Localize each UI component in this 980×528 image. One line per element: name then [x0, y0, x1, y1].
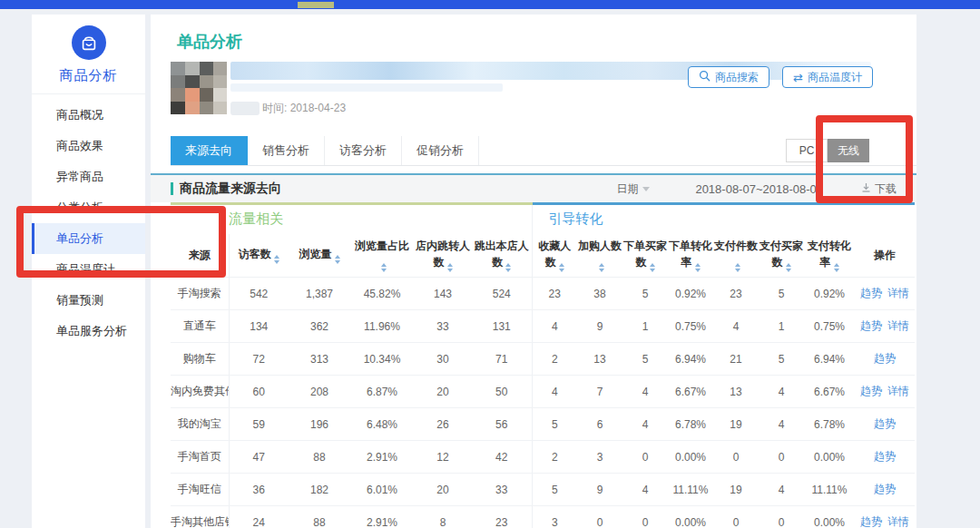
action-link-趋势[interactable]: 趋势 — [874, 417, 896, 430]
value-cell: 4 — [532, 310, 577, 343]
value-cell: 131 — [472, 310, 532, 343]
sort-icon[interactable] — [735, 263, 740, 272]
product-thermometer-button[interactable]: ⇄ 商品温度计 — [782, 66, 873, 88]
sidebar-item-单品分析[interactable]: 单品分析 — [32, 223, 145, 254]
value-cell: 72 — [229, 343, 289, 376]
sort-icon[interactable] — [274, 255, 279, 264]
sort-icon[interactable] — [505, 263, 511, 272]
value-cell: 2 — [532, 441, 577, 474]
value-cell: 6.78% — [668, 408, 713, 441]
table-row: 手淘旺信361826.01%203359411.11%19411.11%趋势 — [171, 474, 915, 506]
value-cell: 143 — [414, 278, 472, 310]
column-header-支付转化率[interactable]: 支付转化率 — [804, 234, 855, 278]
value-cell: 4 — [622, 408, 668, 441]
sort-icon[interactable] — [786, 263, 791, 272]
value-cell: 524 — [472, 278, 532, 310]
sort-icon[interactable] — [650, 263, 655, 272]
column-header-收藏人数[interactable]: 收藏人数 — [532, 234, 577, 278]
value-cell: 24 — [229, 506, 289, 528]
action-link-详情[interactable]: 详情 — [887, 515, 909, 528]
sort-down-arrow — [447, 269, 453, 272]
value-cell: 0 — [713, 441, 759, 474]
value-cell: 196 — [289, 408, 350, 441]
sidebar-item-异常商品[interactable]: 异常商品 — [32, 161, 145, 192]
action-link-详情[interactable]: 详情 — [887, 287, 909, 299]
action-cell: 趋势 — [855, 441, 915, 474]
column-header-label: 访客数 — [239, 248, 271, 260]
tab-销售分析[interactable]: 销售分析 — [248, 136, 325, 165]
date-dropdown[interactable]: 日期 — [616, 181, 650, 197]
product-search-button[interactable]: 商品搜索 — [688, 66, 769, 88]
sort-down-arrow — [274, 260, 279, 264]
column-header-下单转化率[interactable]: 下单转化率 — [668, 234, 713, 278]
sort-icon[interactable] — [599, 263, 604, 272]
tab-促销分析[interactable]: 促销分析 — [402, 136, 479, 165]
action-link-趋势[interactable]: 趋势 — [860, 515, 882, 528]
sort-icon[interactable] — [335, 255, 340, 264]
value-cell: 2.91% — [350, 441, 414, 474]
value-cell: 134 — [229, 310, 289, 343]
tab-来源去向[interactable]: 来源去向 — [171, 136, 248, 165]
action-link-趋势[interactable]: 趋势 — [860, 287, 882, 299]
meta-label-blurred — [230, 102, 260, 115]
column-header-浏览量[interactable]: 浏览量 — [289, 234, 350, 278]
action-link-趋势[interactable]: 趋势 — [860, 319, 882, 332]
value-cell: 0 — [622, 441, 668, 474]
action-link-趋势[interactable]: 趋势 — [874, 450, 896, 463]
sidebar-item-分类分析[interactable]: 分类分析 — [32, 192, 145, 223]
value-cell: 88 — [289, 441, 350, 474]
action-link-详情[interactable]: 详情 — [887, 319, 909, 332]
section-title: 商品流量来源去向 — [171, 181, 281, 197]
value-cell: 4 — [759, 408, 804, 441]
action-link-趋势[interactable]: 趋势 — [874, 352, 896, 365]
date-dropdown-label: 日期 — [616, 181, 638, 197]
action-cell: 趋势详情 — [855, 310, 915, 343]
sort-icon[interactable] — [695, 263, 701, 272]
tab-访客分析[interactable]: 访客分析 — [325, 136, 402, 165]
sort-icon[interactable] — [834, 263, 839, 272]
table-row: 购物车7231310.34%307121356.94%2156.94%趋势 — [171, 343, 915, 376]
sort-icon[interactable] — [447, 263, 453, 272]
download-button[interactable]: 下载 — [861, 181, 897, 197]
column-header-浏览量占比[interactable]: 浏览量占比 — [350, 234, 414, 278]
top-bar-tab-notch — [298, 2, 334, 8]
column-header-下单买家数[interactable]: 下单买家数 — [622, 234, 668, 278]
column-header-跳出本店人数[interactable]: 跳出本店人数 — [472, 234, 532, 278]
group-title-conversion: 引导转化 — [533, 210, 603, 226]
column-header-加购人数[interactable]: 加购人数 — [577, 234, 622, 278]
value-cell: 45.82% — [350, 278, 414, 310]
platform-toggle-PC[interactable]: PC — [786, 139, 828, 162]
value-cell: 19 — [713, 474, 759, 506]
sort-up-arrow — [599, 263, 604, 267]
action-cell: 趋势详情 — [855, 376, 915, 408]
value-cell: 33 — [414, 310, 472, 343]
column-header-店内跳转人数[interactable]: 店内跳转人数 — [414, 234, 472, 278]
source-cell: 购物车 — [171, 343, 229, 376]
action-link-趋势[interactable]: 趋势 — [860, 385, 882, 397]
value-cell: 36 — [229, 474, 289, 506]
column-header-支付买家数[interactable]: 支付买家数 — [759, 234, 804, 278]
column-header-label: 操作 — [874, 249, 896, 261]
sidebar-item-单品服务分析[interactable]: 单品服务分析 — [32, 316, 145, 347]
sort-icon[interactable] — [381, 263, 387, 272]
sidebar-item-商品概况[interactable]: 商品概况 — [32, 100, 145, 131]
column-header-label: 加购人数 — [578, 240, 622, 252]
value-cell: 6.67% — [668, 376, 713, 408]
action-cell: 趋势详情 — [855, 506, 915, 528]
section-bar: 商品流量来源去向 日期 2018-08-07~2018-08-07 下载 — [151, 173, 916, 202]
value-cell: 1 — [622, 310, 668, 343]
value-cell: 23 — [532, 278, 577, 310]
date-range-value[interactable]: 2018-08-07~2018-08-07 — [695, 182, 823, 196]
sidebar-item-商品温度计[interactable]: 商品温度计 — [32, 254, 145, 285]
column-header-支付件数[interactable]: 支付件数 — [713, 234, 759, 278]
column-header-访客数[interactable]: 访客数 — [229, 234, 289, 278]
action-cell: 趋势 — [855, 408, 915, 441]
action-link-详情[interactable]: 详情 — [887, 385, 909, 397]
platform-toggle-无线[interactable]: 无线 — [828, 139, 869, 162]
value-cell: 5 — [759, 278, 804, 310]
sidebar-item-商品效果[interactable]: 商品效果 — [32, 131, 145, 161]
sort-icon[interactable] — [559, 263, 564, 272]
sidebar-item-销量预测[interactable]: 销量预测 — [32, 285, 145, 316]
value-cell: 6.67% — [804, 376, 855, 408]
action-link-趋势[interactable]: 趋势 — [874, 483, 896, 495]
